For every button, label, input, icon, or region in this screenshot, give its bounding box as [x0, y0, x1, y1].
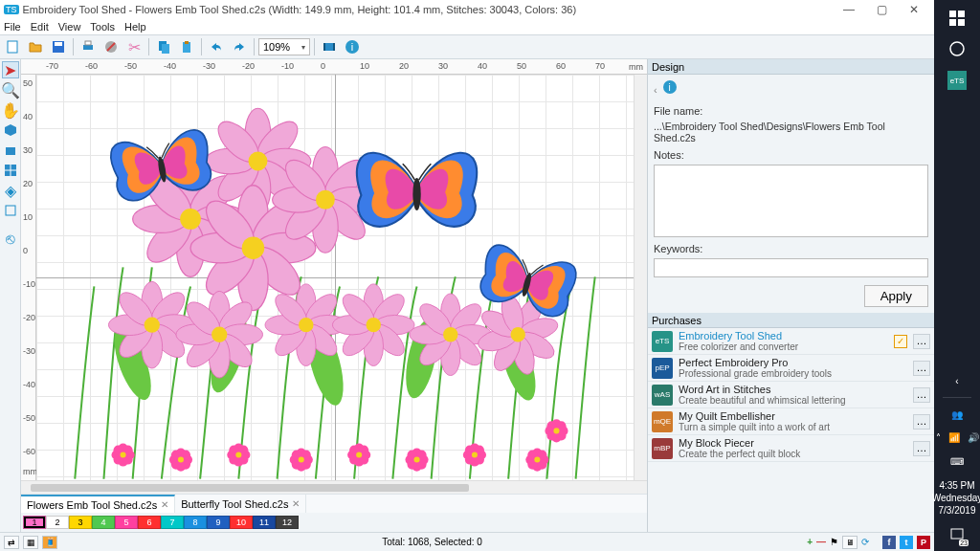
- taskbar-app-icon[interactable]: eTS: [947, 71, 967, 90]
- color-swatch[interactable]: 9: [207, 516, 230, 529]
- menu-help[interactable]: Help: [124, 21, 146, 33]
- chevron-left-icon[interactable]: ‹: [948, 372, 966, 389]
- windows-taskbar: eTS ‹ 👥 ˄ 📶 🔊 ⌨ 4:35 PM Wednesday 7/3/20…: [934, 0, 980, 551]
- color-swatch[interactable]: 7: [161, 516, 184, 529]
- cortana-icon[interactable]: [948, 40, 966, 57]
- keywords-input[interactable]: [654, 258, 928, 277]
- color-swatch[interactable]: 10: [230, 516, 253, 529]
- redo-icon[interactable]: [229, 36, 250, 57]
- export-icon[interactable]: ⎋: [2, 231, 19, 248]
- color-swatch[interactable]: 5: [115, 516, 138, 529]
- copy-icon[interactable]: [153, 36, 174, 57]
- thread-icon[interactable]: 🧵: [42, 536, 57, 549]
- windows-start-icon[interactable]: [948, 10, 966, 27]
- plus-icon[interactable]: +: [807, 537, 813, 547]
- purchase-item[interactable]: wASWord Art in StitchesCreate beautiful …: [648, 382, 934, 408]
- palette-icon[interactable]: ▦: [23, 536, 38, 549]
- volume-icon[interactable]: 🔊: [968, 432, 979, 443]
- color-swatch[interactable]: 11: [253, 516, 276, 529]
- close-button[interactable]: ✕: [898, 3, 930, 16]
- color-bar: 123456789101112: [21, 513, 647, 532]
- film-icon[interactable]: [319, 36, 340, 57]
- more-button[interactable]: …: [913, 414, 930, 430]
- pinterest-icon[interactable]: P: [917, 536, 930, 549]
- close-icon[interactable]: ✕: [161, 499, 168, 510]
- monitor-icon[interactable]: 🖥: [842, 536, 858, 549]
- color-swatch[interactable]: 8: [184, 516, 207, 529]
- checkbox-icon[interactable]: ✓: [894, 335, 907, 348]
- purchase-item[interactable]: eTSEmbroidery Tool ShedFree colorizer an…: [648, 328, 934, 355]
- clock[interactable]: 4:35 PM Wednesday 7/3/2019: [932, 479, 980, 517]
- compass-icon[interactable]: ◈: [2, 182, 19, 199]
- more-button[interactable]: …: [913, 387, 930, 403]
- close-icon[interactable]: ✕: [292, 498, 300, 509]
- purchases-panel-header[interactable]: Purchases: [648, 313, 934, 328]
- apply-button[interactable]: Apply: [864, 285, 928, 307]
- purchase-item[interactable]: pEPPerfect Embroidery ProProfessional gr…: [648, 355, 934, 382]
- color-swatch[interactable]: 4: [92, 516, 115, 529]
- notes-input[interactable]: [654, 165, 928, 237]
- color-swatch[interactable]: 6: [138, 516, 161, 529]
- color-swatch[interactable]: 2: [46, 516, 69, 529]
- svg-rect-12: [323, 43, 325, 51]
- info-icon[interactable]: i: [342, 36, 363, 57]
- document-tab[interactable]: Butterfly Tool Shed.c2s✕: [175, 495, 306, 513]
- 3d-icon[interactable]: [2, 121, 19, 139]
- chevron-left-icon[interactable]: ‹: [654, 84, 657, 96]
- print-icon[interactable]: [78, 36, 99, 57]
- menu-edit[interactable]: Edit: [31, 21, 49, 33]
- pointer-icon[interactable]: ➤: [2, 61, 19, 78]
- menu-view[interactable]: View: [58, 21, 81, 33]
- cube-icon[interactable]: [2, 142, 19, 159]
- color-swatch[interactable]: 1: [23, 516, 46, 529]
- swap-icon[interactable]: ⇄: [4, 536, 19, 549]
- wifi-icon[interactable]: 📶: [948, 432, 960, 443]
- maximize-button[interactable]: ▢: [865, 3, 898, 16]
- info-icon[interactable]: i: [663, 80, 677, 94]
- paste-icon[interactable]: [176, 36, 197, 57]
- twitter-icon[interactable]: t: [900, 536, 913, 549]
- disable-icon[interactable]: [100, 36, 122, 57]
- design-canvas[interactable]: [36, 75, 634, 480]
- menu-tools[interactable]: Tools: [90, 21, 115, 33]
- people-icon[interactable]: 👥: [948, 406, 966, 423]
- cut-icon[interactable]: ✂: [123, 36, 145, 57]
- flag-icon[interactable]: ⚑: [830, 537, 838, 547]
- open-icon[interactable]: [25, 36, 46, 57]
- color-swatch[interactable]: 12: [276, 516, 299, 529]
- svg-rect-50: [951, 529, 963, 539]
- scrollbar-horizontal[interactable]: [21, 480, 647, 494]
- document-tab[interactable]: Flowers Emb Tool Shed.c2s✕: [21, 495, 175, 513]
- left-toolbar: ➤ 🔍 ✋ ◈ ⎋: [0, 59, 21, 532]
- minus-icon[interactable]: —: [816, 537, 826, 547]
- chevron-icon[interactable]: ˄: [936, 432, 941, 443]
- more-button[interactable]: …: [913, 361, 930, 376]
- purchase-item[interactable]: mBPMy Block PiecerCreate the perfect qui…: [648, 435, 934, 462]
- product-subtitle: Professional grade embroidery tools: [679, 368, 907, 379]
- svg-rect-4: [85, 41, 91, 45]
- svg-rect-48: [958, 19, 965, 26]
- grid-icon[interactable]: [2, 162, 19, 179]
- facebook-icon[interactable]: f: [882, 536, 896, 549]
- save-icon[interactable]: [48, 36, 69, 57]
- menu-file[interactable]: File: [4, 21, 21, 33]
- new-icon[interactable]: [2, 36, 23, 57]
- keywords-label: Keywords:: [654, 243, 928, 254]
- zoom-select[interactable]: 109%: [258, 38, 310, 55]
- scrollbar-vertical[interactable]: [634, 75, 647, 480]
- purchase-item[interactable]: mQEMy Quilt EmbellisherTurn a simple qui…: [648, 408, 934, 435]
- more-button[interactable]: …: [913, 441, 930, 456]
- keyboard-icon[interactable]: ⌨: [948, 452, 966, 470]
- zoom-icon[interactable]: 🔍: [2, 81, 19, 99]
- svg-rect-45: [949, 11, 956, 17]
- undo-icon[interactable]: [206, 36, 227, 57]
- svg-rect-20: [6, 206, 15, 215]
- design-panel-header[interactable]: Design: [648, 59, 934, 75]
- pan-icon[interactable]: ✋: [2, 101, 19, 119]
- notification-icon[interactable]: 23: [948, 526, 966, 543]
- color-swatch[interactable]: 3: [69, 516, 92, 529]
- scale-icon[interactable]: [2, 202, 19, 219]
- refresh-icon[interactable]: ⟳: [861, 537, 869, 547]
- more-button[interactable]: …: [913, 334, 930, 349]
- minimize-button[interactable]: —: [833, 3, 865, 16]
